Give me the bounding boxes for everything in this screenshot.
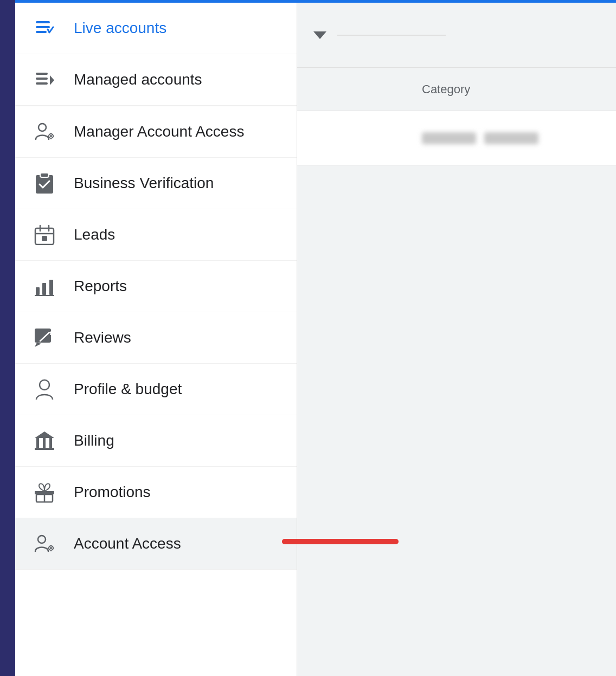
person-icon <box>31 376 57 402</box>
calendar-icon <box>31 222 57 248</box>
svg-rect-21 <box>42 236 47 241</box>
top-blue-bar <box>15 0 616 3</box>
svg-rect-22 <box>36 287 40 295</box>
svg-rect-14 <box>36 175 53 194</box>
sidebar-item-leads[interactable]: Leads <box>15 209 297 261</box>
svg-rect-1 <box>36 26 50 28</box>
svg-point-38 <box>38 536 46 543</box>
sidebar-item-business-verification[interactable]: Business Verification <box>15 158 297 209</box>
sidebar-item-billing[interactable]: Billing <box>15 415 297 467</box>
sidebar-item-label: Reviews <box>74 329 131 346</box>
category-column-header: Category <box>422 82 470 96</box>
blurred-cell-2 <box>484 132 538 144</box>
person-gear-icon <box>31 119 57 145</box>
sidebar-item-label: Manager Account Access <box>74 123 244 140</box>
svg-rect-34 <box>35 448 54 450</box>
svg-rect-15 <box>40 173 49 177</box>
chat-edit-icon <box>31 325 57 351</box>
blurred-cell-1 <box>422 132 476 144</box>
svg-rect-31 <box>36 438 39 448</box>
sidebar-item-live-accounts[interactable]: Live accounts <box>15 3 297 54</box>
sidebar-menu: Live accounts Managed accounts <box>15 3 297 676</box>
sidebar-item-reports[interactable]: Reports <box>15 261 297 312</box>
sidebar-item-label: Account Access <box>74 535 181 552</box>
svg-rect-33 <box>49 438 52 448</box>
sidebar-item-label: Live accounts <box>74 20 166 37</box>
svg-rect-23 <box>42 283 46 295</box>
svg-rect-2 <box>36 31 47 33</box>
bank-icon <box>31 428 57 454</box>
svg-rect-4 <box>36 78 48 80</box>
sidebar-item-label: Profile & budget <box>74 381 182 398</box>
svg-rect-5 <box>36 82 48 85</box>
svg-point-29 <box>40 380 49 390</box>
sidebar-item-promotions[interactable]: Promotions <box>15 467 297 518</box>
red-arrow-annotation <box>282 525 401 558</box>
list-check-icon <box>31 15 57 41</box>
sidebar-item-label: Managed accounts <box>74 71 202 88</box>
gift-icon <box>31 479 57 505</box>
svg-rect-0 <box>36 21 50 23</box>
content-top-row <box>297 3 616 68</box>
bar-chart-icon <box>31 273 57 299</box>
sidebar-item-account-access[interactable]: Account Access <box>15 518 297 570</box>
sidebar-item-label: Billing <box>74 432 114 449</box>
content-area: Category <box>297 3 616 676</box>
svg-point-7 <box>39 124 46 131</box>
sidebar-item-manager-account-access[interactable]: Manager Account Access <box>15 106 297 158</box>
table-data-row <box>297 111 616 165</box>
dark-sidebar <box>0 0 15 676</box>
sidebar-item-label: Leads <box>74 226 115 243</box>
sidebar-item-label: Promotions <box>74 484 151 501</box>
svg-marker-6 <box>50 75 54 85</box>
dropdown-line <box>337 35 446 36</box>
svg-point-40 <box>50 547 52 549</box>
sidebar-item-label: Reports <box>74 278 127 295</box>
svg-rect-3 <box>36 73 48 75</box>
person-gear-icon-2 <box>31 531 57 557</box>
svg-marker-30 <box>35 432 54 438</box>
list-arrow-icon <box>31 67 57 93</box>
sidebar-item-profile-budget[interactable]: Profile & budget <box>15 364 297 415</box>
sidebar-item-managed-accounts[interactable]: Managed accounts <box>15 54 297 106</box>
svg-rect-24 <box>49 280 53 295</box>
clipboard-check-icon <box>31 170 57 196</box>
svg-marker-27 <box>35 343 41 347</box>
svg-rect-26 <box>35 329 51 343</box>
dropdown-arrow-icon[interactable] <box>313 31 326 39</box>
svg-point-9 <box>50 135 52 137</box>
table-header-row: Category <box>297 68 616 111</box>
sidebar-item-reviews[interactable]: Reviews <box>15 312 297 364</box>
blurred-category-cells <box>422 132 538 144</box>
svg-rect-32 <box>43 438 46 448</box>
sidebar-item-label: Business Verification <box>74 175 214 192</box>
